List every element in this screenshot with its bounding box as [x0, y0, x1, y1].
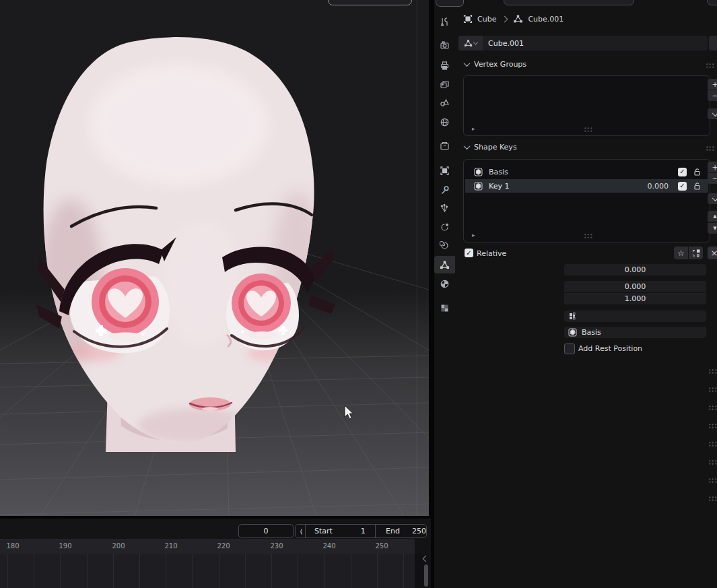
shape-key-move-down-button[interactable]: ▼: [708, 223, 717, 234]
datablock-type-dropdown[interactable]: [458, 36, 483, 51]
value-field[interactable]: 0.000: [564, 264, 706, 275]
add-rest-position-label: Add Rest Position: [578, 344, 642, 353]
timeline-scrollbar[interactable]: [424, 564, 428, 587]
tab-render[interactable]: [434, 36, 455, 54]
timeline-editor: 0 Start 1 End 250 180 190 200 210 220 23…: [0, 519, 431, 588]
list-resize-grip[interactable]: [584, 233, 592, 238]
tab-material[interactable]: [434, 275, 455, 292]
search-field-cut[interactable]: [504, 0, 634, 5]
timeline-ruler[interactable]: 180 190 200 210 220 230 240 250: [0, 539, 431, 554]
relative-checkbox[interactable]: ✓: [465, 249, 473, 257]
viewport-scene: [0, 0, 429, 516]
shape-key-add-button[interactable]: +: [708, 162, 717, 172]
panel-grip[interactable]: [708, 496, 717, 501]
panel-grip[interactable]: [706, 63, 714, 68]
shape-keys-list[interactable]: Basis ✓ Key 1 0.000 ✓ ▸: [463, 159, 710, 242]
vertex-group-remove-button[interactable]: −: [708, 90, 717, 101]
range-min-number: 0.000: [625, 282, 646, 291]
shape-key-enable-checkbox[interactable]: ✓: [678, 168, 687, 176]
tab-modifiers[interactable]: [434, 181, 455, 199]
list-expand-icon[interactable]: ▸: [472, 232, 475, 238]
panel-grip[interactable]: [708, 405, 717, 410]
material-icon: [440, 279, 450, 289]
range-min-field[interactable]: 0.000: [564, 281, 706, 292]
tab-constraints[interactable]: [434, 236, 455, 254]
list-expand-icon[interactable]: ▸: [472, 125, 475, 132]
unlock-icon[interactable]: [692, 167, 702, 176]
tab-physics[interactable]: [434, 218, 455, 236]
shape-key-remove-button[interactable]: −: [708, 173, 717, 184]
minus-icon: −: [712, 92, 717, 100]
shape-key-specials-button[interactable]: [708, 193, 717, 204]
fake-user-button-cut[interactable]: [709, 36, 717, 51]
filter-button-cut[interactable]: [707, 0, 717, 5]
shape-key-move-up-button[interactable]: ▲: [708, 211, 717, 222]
vertex-group-field[interactable]: [564, 311, 706, 322]
chevron-down-icon: [473, 40, 478, 44]
timeline-grid[interactable]: [0, 554, 431, 588]
images-icon: [440, 79, 450, 90]
shape-key-row-key1[interactable]: Key 1 0.000 ✓: [465, 179, 708, 193]
constraints-icon: [440, 240, 450, 251]
end-label[interactable]: End: [386, 527, 400, 535]
panel-grip[interactable]: [708, 387, 717, 392]
mesh-data-icon: [513, 14, 523, 24]
datablock-name[interactable]: Cube.001: [488, 39, 524, 48]
tab-world[interactable]: [434, 113, 455, 131]
vertex-group-add-button[interactable]: +: [708, 79, 717, 90]
tab-output[interactable]: [434, 57, 455, 74]
printer-icon: [440, 61, 450, 71]
shape-key-row-basis[interactable]: Basis ✓: [465, 165, 708, 178]
frame-tick: 200: [112, 542, 125, 550]
panel-title: Vertex Groups: [474, 60, 526, 69]
panel-grip[interactable]: [708, 478, 717, 483]
blender-window: Cube Cube.001 Cube.001 Vertex Groups ▸ +…: [0, 0, 717, 588]
shapekey-icon: [473, 167, 483, 177]
panel-grip[interactable]: [708, 423, 717, 428]
3d-viewport[interactable]: [0, 0, 429, 516]
range-max-field[interactable]: 1.000: [564, 293, 706, 304]
tab-object-data[interactable]: [434, 256, 455, 273]
texture-icon: [440, 303, 450, 313]
panel-header-vertex-groups[interactable]: Vertex Groups: [465, 60, 526, 69]
shapekey-icon: [568, 327, 578, 337]
chevron-down-icon: [464, 60, 471, 67]
start-value[interactable]: 1: [361, 527, 366, 535]
tab-tool[interactable]: [434, 13, 455, 30]
panel-grip[interactable]: [708, 441, 717, 447]
breadcrumb-data[interactable]: Cube.001: [528, 15, 564, 24]
tab-particles[interactable]: [434, 199, 455, 217]
tab-scene[interactable]: [434, 94, 455, 111]
tab-view-layer[interactable]: [434, 75, 455, 93]
panel-grip[interactable]: [708, 368, 717, 374]
shape-key-enable-checkbox[interactable]: ✓: [678, 182, 687, 191]
panel-grip[interactable]: [706, 145, 714, 151]
breadcrumb-object[interactable]: Cube: [477, 15, 496, 24]
range-max-number: 1.000: [625, 294, 646, 303]
current-frame-field[interactable]: 0: [238, 524, 294, 538]
shape-key-pin-button[interactable]: ☆: [674, 247, 688, 259]
relative-to-field[interactable]: Basis: [564, 327, 706, 338]
add-rest-position-checkbox[interactable]: [564, 344, 575, 354]
tab-object[interactable]: [434, 162, 455, 179]
vertex-groups-list[interactable]: ▸: [463, 75, 710, 136]
frame-tick: 210: [164, 542, 177, 550]
tab-collection[interactable]: [434, 137, 455, 154]
check-icon: ✓: [679, 183, 685, 189]
panel-grip[interactable]: [708, 459, 717, 465]
viewport-header-widget-cut[interactable]: [328, 0, 412, 5]
breadcrumb: Cube Cube.001: [463, 12, 564, 26]
start-label[interactable]: Start: [314, 527, 333, 535]
tab-texture[interactable]: [434, 299, 455, 317]
shape-key-edit-mode-button[interactable]: [689, 247, 703, 259]
vertex-group-specials-button[interactable]: [708, 108, 717, 119]
panel-header-shape-keys[interactable]: Shape Keys: [465, 143, 517, 152]
box-icon: [440, 141, 450, 151]
datablock-name-field[interactable]: Cube.001: [458, 36, 708, 51]
list-resize-grip[interactable]: [584, 127, 592, 132]
unlock-icon[interactable]: [692, 181, 702, 191]
end-value[interactable]: 250: [412, 527, 426, 535]
stopwatch-icon[interactable]: [299, 526, 302, 536]
close-button[interactable]: ×: [708, 247, 717, 259]
shape-key-value[interactable]: 0.000: [648, 182, 669, 191]
